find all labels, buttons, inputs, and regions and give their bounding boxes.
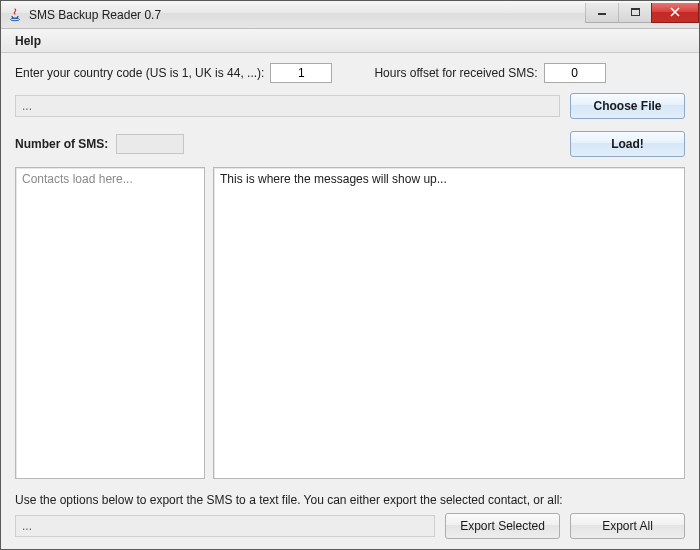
export-row: ... Export Selected Export All	[15, 513, 685, 539]
window-controls	[585, 3, 699, 23]
sms-count-label: Number of SMS:	[15, 137, 108, 151]
messages-panel[interactable]: This is where the messages will show up.…	[213, 167, 685, 479]
close-button[interactable]	[651, 3, 699, 23]
settings-row: Enter your country code (US is 1, UK is …	[15, 63, 685, 83]
export-instruction: Use the options below to export the SMS …	[15, 493, 685, 507]
hours-offset-input[interactable]	[544, 63, 606, 83]
java-icon	[7, 7, 23, 23]
file-path-display: ...	[15, 95, 560, 117]
maximize-button[interactable]	[618, 3, 652, 23]
choose-file-button[interactable]: Choose File	[570, 93, 685, 119]
file-row: ... Choose File	[15, 93, 685, 119]
country-code-input[interactable]	[270, 63, 332, 83]
sms-count-value	[116, 134, 184, 154]
content-area: Enter your country code (US is 1, UK is …	[1, 53, 699, 549]
export-all-button[interactable]: Export All	[570, 513, 685, 539]
sms-count-row: Number of SMS: Load!	[15, 131, 685, 157]
country-code-label: Enter your country code (US is 1, UK is …	[15, 66, 264, 80]
contacts-panel[interactable]: Contacts load here...	[15, 167, 205, 479]
export-path-display: ...	[15, 515, 435, 537]
minimize-button[interactable]	[585, 3, 619, 23]
menubar: Help	[1, 29, 699, 53]
app-window: SMS Backup Reader 0.7 Help Enter your co…	[0, 0, 700, 550]
panels-container: Contacts load here... This is where the …	[15, 167, 685, 479]
hours-offset-label: Hours offset for received SMS:	[374, 66, 537, 80]
export-selected-button[interactable]: Export Selected	[445, 513, 560, 539]
titlebar: SMS Backup Reader 0.7	[1, 1, 699, 29]
load-button[interactable]: Load!	[570, 131, 685, 157]
export-section: Use the options below to export the SMS …	[15, 489, 685, 539]
svg-point-0	[11, 18, 20, 20]
menu-help[interactable]: Help	[7, 31, 49, 51]
window-title: SMS Backup Reader 0.7	[29, 8, 161, 22]
